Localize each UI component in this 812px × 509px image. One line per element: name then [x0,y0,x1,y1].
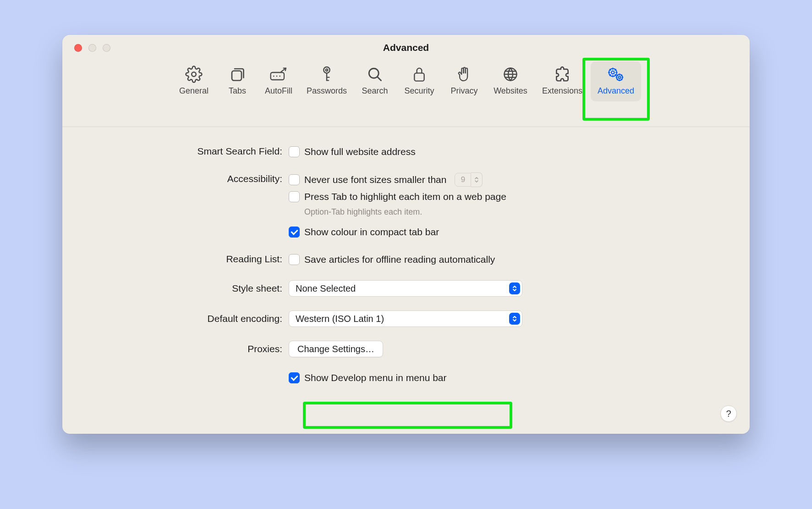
svg-point-7 [326,69,328,71]
tab-websites[interactable]: Websites [487,61,534,101]
tab-highlight-checkbox[interactable] [289,191,300,202]
window-title: Advanced [62,42,750,53]
style-sheet-select[interactable]: None Selected [289,280,522,297]
tab-general[interactable]: General [171,61,217,101]
chevron-up-down-icon [471,172,483,187]
tab-extensions[interactable]: Extensions [536,61,589,101]
puzzle-icon [553,65,571,83]
min-font-size-checkbox[interactable] [289,174,300,185]
show-full-address-checkbox[interactable] [289,146,300,157]
search-icon [366,65,384,83]
svg-point-0 [192,72,196,77]
tab-privacy[interactable]: Privacy [443,61,485,101]
lock-icon [410,65,428,83]
tab-tabs[interactable]: Tabs [219,61,256,101]
show-develop-menu-checkbox[interactable] [289,372,300,383]
accessibility-label: Accessibility: [62,172,289,184]
tabs-icon [228,65,247,83]
hand-icon [455,65,473,83]
min-font-size-stepper[interactable]: 9 [455,172,483,187]
preferences-window: Advanced General Tabs [62,35,750,434]
svg-point-5 [279,76,280,77]
tab-highlight-text: Press Tab to highlight each item on a we… [304,191,506,202]
tab-autofill[interactable]: AutoFill [258,61,299,101]
save-offline-checkbox[interactable] [289,254,300,265]
style-sheet-label: Style sheet: [62,280,289,294]
svg-point-13 [619,76,621,78]
svg-point-6 [324,67,329,73]
smart-search-label: Smart Search Field: [62,145,289,157]
svg-rect-9 [414,73,424,81]
globe-icon [501,65,520,83]
question-mark-icon: ? [726,409,731,419]
min-font-size-text: Never use font sizes smaller than [304,174,446,185]
show-full-address-text: Show full website address [304,146,416,157]
autofill-icon [269,65,288,83]
compact-colour-text: Show colour in compact tab bar [304,227,439,238]
default-encoding-select[interactable]: Western (ISO Latin 1) [289,310,522,327]
min-font-size-value: 9 [455,173,471,187]
show-develop-menu-text: Show Develop menu in menu bar [304,372,447,383]
default-encoding-value: Western (ISO Latin 1) [296,314,384,324]
save-offline-text: Save articles for offline reading automa… [304,254,495,265]
gear-icon [185,65,203,83]
tab-search[interactable]: Search [354,61,395,101]
preferences-content: Smart Search Field: Show full website ad… [62,127,750,434]
tab-passwords[interactable]: Passwords [301,61,352,101]
chevron-up-down-icon [509,313,520,325]
svg-point-11 [611,71,614,74]
key-icon [318,65,336,83]
gears-icon [607,65,625,83]
help-button[interactable]: ? [720,405,737,422]
svg-point-3 [273,76,274,77]
tab-highlight-note: Option-Tab highlights each item. [304,207,506,217]
change-settings-button[interactable]: Change Settings… [289,341,383,357]
tab-advanced[interactable]: Advanced [591,61,641,101]
svg-rect-1 [232,71,241,81]
svg-point-4 [276,76,278,77]
chevron-up-down-icon [509,282,520,294]
svg-rect-2 [271,72,284,80]
compact-colour-checkbox[interactable] [289,227,300,238]
tab-security[interactable]: Security [397,61,441,101]
reading-list-label: Reading List: [62,253,289,265]
preferences-toolbar: General Tabs AutoFill [62,60,750,127]
proxies-label: Proxies: [62,341,289,354]
style-sheet-value: None Selected [296,283,356,294]
default-encoding-label: Default encoding: [62,310,289,324]
